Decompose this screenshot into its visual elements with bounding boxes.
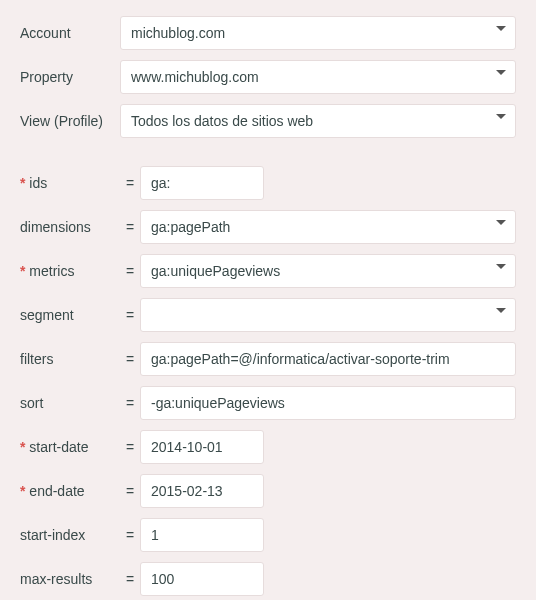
equals-sign: = xyxy=(120,263,140,279)
sort-input[interactable] xyxy=(140,386,516,420)
equals-sign: = xyxy=(120,527,140,543)
dimensions-dropdown[interactable]: ga:pagePath xyxy=(140,210,516,244)
metrics-dropdown[interactable]: ga:uniquePageviews xyxy=(140,254,516,288)
equals-sign: = xyxy=(120,395,140,411)
equals-sign: = xyxy=(120,175,140,191)
filters-label: filters xyxy=(20,351,120,367)
segment-label: segment xyxy=(20,307,120,323)
account-dropdown[interactable]: michublog.com xyxy=(120,16,516,50)
account-value: michublog.com xyxy=(131,25,225,41)
equals-sign: = xyxy=(120,571,140,587)
view-value: Todos los datos de sitios web xyxy=(131,113,313,129)
equals-sign: = xyxy=(120,307,140,323)
start-date-label: start-date xyxy=(20,439,120,455)
dimensions-label: dimensions xyxy=(20,219,120,235)
chevron-down-icon xyxy=(495,307,507,315)
end-date-label: end-date xyxy=(20,483,120,499)
end-date-input[interactable] xyxy=(140,474,264,508)
property-dropdown[interactable]: www.michublog.com xyxy=(120,60,516,94)
equals-sign: = xyxy=(120,219,140,235)
start-date-input[interactable] xyxy=(140,430,264,464)
sort-label: sort xyxy=(20,395,120,411)
equals-sign: = xyxy=(120,483,140,499)
start-index-input[interactable] xyxy=(140,518,264,552)
chevron-down-icon xyxy=(495,219,507,227)
max-results-label: max-results xyxy=(20,571,120,587)
dimensions-value: ga:pagePath xyxy=(151,219,230,235)
chevron-down-icon xyxy=(495,113,507,121)
chevron-down-icon xyxy=(495,25,507,33)
equals-sign: = xyxy=(120,439,140,455)
chevron-down-icon xyxy=(495,263,507,271)
segment-dropdown[interactable] xyxy=(140,298,516,332)
ids-label: ids xyxy=(20,175,120,191)
max-results-input[interactable] xyxy=(140,562,264,596)
equals-sign: = xyxy=(120,351,140,367)
metrics-label: metrics xyxy=(20,263,120,279)
chevron-down-icon xyxy=(495,69,507,77)
start-index-label: start-index xyxy=(20,527,120,543)
view-dropdown[interactable]: Todos los datos de sitios web xyxy=(120,104,516,138)
account-label: Account xyxy=(20,25,120,41)
view-label: View (Profile) xyxy=(20,113,120,129)
property-label: Property xyxy=(20,69,120,85)
ids-input[interactable] xyxy=(140,166,264,200)
property-value: www.michublog.com xyxy=(131,69,259,85)
filters-input[interactable] xyxy=(140,342,516,376)
metrics-value: ga:uniquePageviews xyxy=(151,263,280,279)
